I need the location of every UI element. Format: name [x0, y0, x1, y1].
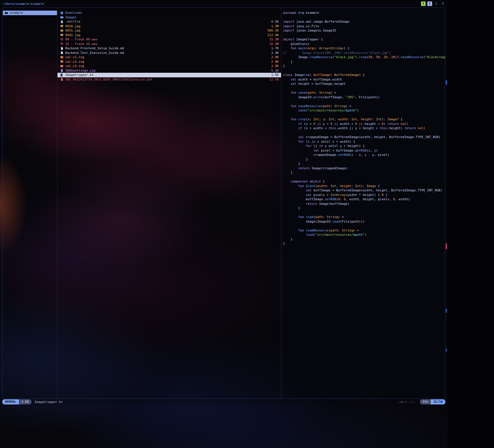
cursor-position-badge: 15/16	[431, 399, 445, 404]
file-size-badge: 1.6K	[19, 399, 32, 404]
code-line	[283, 68, 445, 73]
file-row[interactable]: cal-c1.svg2.9K	[58, 55, 281, 60]
code-line: @JvmStatic	[283, 42, 445, 46]
file-size: 586.3K	[264, 29, 279, 32]
markdown-icon	[60, 47, 64, 50]
file-name: Images	[65, 15, 77, 19]
svg-icon	[60, 64, 64, 68]
code-line	[283, 211, 445, 215]
code-line: }	[283, 206, 445, 211]
file-row[interactable]: 0028.jpg1.3M	[58, 24, 281, 29]
image-icon	[60, 24, 64, 28]
pdf-icon	[60, 78, 64, 81]
code-line: fun load(path: String) =	[283, 215, 445, 219]
code-line: // Image.black(100, 100).saveResource("b…	[283, 51, 445, 55]
file-row[interactable]: SBI_0032013739_2023_DE05_0003155631Invoi…	[58, 77, 281, 82]
wallpaper-glint	[446, 243, 447, 249]
file-size: 5.2K	[268, 69, 279, 72]
images-folder-icon	[60, 15, 64, 19]
file-row[interactable]: 0031.jpg586.3K	[58, 28, 281, 33]
file-size: 1.6K	[268, 73, 279, 77]
code-line	[283, 33, 445, 38]
tab-3[interactable]: 3	[440, 1, 445, 6]
code-line: ImageIO.write(buffImage, "JPG", File(pat…	[283, 95, 445, 100]
file-row[interactable]: cal-c2.svg2.9K	[58, 60, 281, 64]
kotlin-icon	[60, 73, 64, 77]
parent-dir-label: example	[10, 11, 23, 15]
file-row[interactable]: Downloads	[58, 11, 281, 15]
file-row[interactable]: Backend_Test_Execution_Guide.md1.3K	[58, 51, 281, 55]
tab-2[interactable]: 2	[434, 1, 439, 6]
file-name: 0031.jpg	[65, 29, 80, 32]
file-row[interactable]: Images	[58, 15, 281, 20]
wallpaper-glint	[446, 309, 447, 313]
file-row[interactable]: 09 - Track 09.wav15.3M	[58, 37, 281, 42]
markdown-icon	[60, 51, 64, 54]
code-line: package org.example	[283, 11, 445, 15]
file-name: 09 - Track 09.wav	[65, 38, 98, 41]
status-right-group: -rw-r--r-- 93% 15/16	[398, 399, 445, 404]
file-row[interactable]: IDEAsettings.zip5.2K	[58, 68, 281, 73]
code-line: }	[283, 157, 445, 162]
code-line: Image(ImageIO.read(File(path)))	[283, 219, 445, 224]
wallpaper-glint	[446, 348, 447, 352]
file-size: 15.3M	[266, 38, 279, 41]
preview-pane[interactable]: package org.example import java.awt.imag…	[281, 8, 445, 398]
file-name: cal-c1.svg	[65, 55, 84, 59]
file-name: Backend_Frontend_Setup_Guide.md	[65, 46, 124, 50]
file-name: Downloads	[65, 11, 82, 15]
file-size: 15.3M	[266, 42, 279, 46]
file-size: 212.9K	[264, 33, 279, 37]
code-line: import java.awt.image.BufferedImage	[283, 19, 445, 24]
folder-icon	[5, 11, 8, 15]
tab-1[interactable]: 1	[427, 1, 432, 6]
code-line: fun loadResource(path: String) =	[283, 228, 445, 233]
file-size: 1.3M	[268, 24, 279, 28]
file-row[interactable]: 0042.jpg212.9K	[58, 33, 281, 38]
file-size: 1.3K	[268, 51, 279, 55]
image-icon	[60, 33, 64, 37]
code-line	[283, 15, 445, 20]
file-icon	[60, 20, 64, 23]
file-row[interactable]: cal-c3.svg2.9K	[58, 64, 281, 68]
file-name: SBI_0032013739_2023_DE05_0003155631Invoi…	[65, 78, 153, 81]
code-line	[283, 113, 445, 117]
code-line: fun save(path: String) =	[283, 91, 445, 95]
file-row[interactable]: .dotfile0.0B	[58, 19, 281, 24]
panes-frame: example DownloadsImages.dotfile0.0B0028.…	[2, 7, 445, 399]
file-name: Backend_Test_Execution_Guide.md	[65, 51, 124, 55]
code-line	[283, 224, 445, 228]
svg-icon	[60, 56, 64, 59]
svg-icon	[60, 60, 64, 63]
code-line: fun saveResource(path: String) =	[283, 104, 445, 109]
code-line: return Image(buffImage)	[283, 202, 445, 206]
code-line: }	[283, 170, 445, 175]
code-line: }	[283, 241, 445, 246]
code-preview: package org.example import java.awt.imag…	[281, 8, 445, 246]
archive-icon	[60, 69, 64, 72]
file-row[interactable]: Backend_Frontend_Setup_Guide.md1.7K	[58, 46, 281, 51]
code-line: object ImageCropper {	[283, 37, 445, 42]
code-line	[283, 86, 445, 91]
code-line: }	[283, 64, 445, 68]
file-name: cal-c3.svg	[65, 64, 84, 68]
parent-dir-item[interactable]: example	[3, 11, 57, 15]
file-row[interactable]: 15 - Track 15.wav15.3M	[58, 42, 281, 46]
code-line: import javax.imageio.ImageIO	[283, 28, 445, 33]
file-name: 0042.jpg	[65, 33, 80, 37]
code-line: val pixel = buffImage.getRGB(i, j)	[283, 148, 445, 153]
code-line: load("src/main/resources/$path")	[283, 233, 445, 237]
code-line: for (j in y until y + height) {	[283, 144, 445, 148]
wallpaper-glint	[446, 80, 447, 85]
parent-pane: example	[3, 8, 58, 398]
code-line: class Image(val buffImage: BufferedImage…	[283, 73, 445, 77]
code-line: companion object {	[283, 179, 445, 184]
audio-icon	[60, 38, 64, 41]
current-pane: DownloadsImages.dotfile0.0B0028.jpg1.3M0…	[58, 8, 281, 398]
header-bar: ~/Data/example/example 1 123	[0, 0, 447, 7]
code-line: val width = buffImage.width	[283, 77, 445, 82]
file-permissions: -rw-r--r--	[398, 400, 416, 404]
image-icon	[60, 29, 64, 32]
file-row[interactable]: ImageCropper.kt1.6K	[58, 73, 281, 77]
code-line: val height = buffImage.height	[283, 82, 445, 86]
